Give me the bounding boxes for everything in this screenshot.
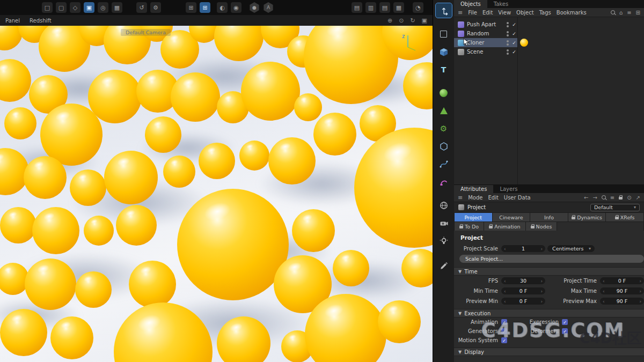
decrement-arrow-icon[interactable]: ‹ (504, 299, 506, 304)
generators-checkbox[interactable]: ✓ (501, 328, 507, 334)
menu-object[interactable]: Object (516, 10, 534, 16)
primitive-cube-icon[interactable]: □ (42, 2, 53, 13)
home-icon[interactable]: ⌂ (619, 10, 623, 16)
scale-project-button[interactable]: Scale Project... (459, 255, 644, 263)
increment-arrow-icon[interactable]: › (540, 246, 543, 252)
material-swatch[interactable] (520, 39, 528, 47)
time-section-header[interactable]: ▼ Time (454, 267, 644, 276)
increment-arrow-icon[interactable]: › (639, 299, 641, 304)
menu-tags[interactable]: Tags (539, 10, 551, 16)
tab-attributes[interactable]: Attributes (454, 185, 493, 193)
animation-checkbox[interactable]: ✓ (501, 319, 507, 325)
menu-bookmarks[interactable]: Bookmarks (557, 10, 587, 16)
tab-info[interactable]: Info (530, 213, 568, 221)
rotate-view-icon[interactable]: ↻ (410, 17, 415, 24)
execution-section-header[interactable]: ▼ Execution (454, 309, 644, 317)
display-section-header[interactable]: ▼ Display (454, 348, 644, 356)
search-icon[interactable] (602, 195, 606, 200)
primitive-plane-icon[interactable]: ▢ (56, 2, 67, 13)
max-time-input[interactable]: ‹90 F› (600, 287, 644, 294)
hamburger-menu-icon[interactable]: ≡ (458, 194, 463, 201)
light-icon[interactable] (436, 233, 452, 248)
menu-edit[interactable]: Edit (488, 195, 498, 201)
viewport-canvas[interactable]: Default Camera z (0, 26, 433, 362)
bend-deformer-icon[interactable] (436, 174, 452, 189)
tab-takes[interactable]: Takes (487, 0, 515, 8)
simulation-sphere-icon[interactable] (436, 86, 452, 100)
shading-sphere-icon[interactable]: ◐ (217, 2, 228, 13)
grid-icon[interactable]: ⊞ (186, 2, 196, 13)
tab-layers[interactable]: Layers (493, 185, 524, 193)
filter-icon[interactable]: ≡ (627, 10, 631, 16)
menu-mode[interactable]: Mode (468, 195, 482, 201)
increment-arrow-icon[interactable]: › (639, 278, 641, 284)
render-settings-icon[interactable]: ▤ (379, 2, 390, 13)
tab-dynamics[interactable]: Dynamics (568, 213, 606, 221)
motion-system-checkbox[interactable]: ✓ (501, 337, 507, 343)
history-back-icon[interactable]: ← (584, 195, 588, 201)
project-time-input[interactable]: ‹0 F› (600, 277, 644, 284)
render-sphere-icon[interactable]: ◉ (231, 2, 241, 13)
material-pencil-icon[interactable] (436, 257, 452, 271)
fps-input[interactable]: ‹30› (501, 277, 545, 284)
maximize-view-icon[interactable]: ▣ (422, 17, 427, 24)
field-tool-icon[interactable]: ◎ (98, 2, 108, 13)
tab-nodes[interactable]: Nodes (526, 222, 557, 231)
environment-globe-icon[interactable] (436, 198, 452, 212)
project-scale-input[interactable]: ‹ 1 › (501, 245, 545, 252)
increment-arrow-icon[interactable]: › (540, 289, 543, 294)
target-icon[interactable]: ⊙ (627, 195, 631, 201)
camera-icon[interactable] (436, 216, 452, 230)
tab-cineware[interactable]: Cineware (493, 213, 530, 221)
tab-project[interactable]: Project (455, 213, 492, 221)
enabled-check-icon[interactable]: ✓ (511, 22, 517, 27)
render-queue-icon[interactable]: ◔ (413, 2, 423, 13)
tree-row-random[interactable]: Random ✓ (454, 29, 517, 38)
lock-icon[interactable] (619, 197, 623, 200)
enabled-check-icon[interactable]: ✓ (511, 31, 517, 36)
decrement-arrow-icon[interactable]: ‹ (603, 299, 605, 304)
enabled-check-icon[interactable]: ✓ (511, 49, 517, 55)
decrement-arrow-icon[interactable]: ‹ (504, 246, 506, 252)
move-tool-icon[interactable] (436, 3, 452, 18)
capsule-tool-icon[interactable]: ▣ (84, 2, 94, 13)
render-view-icon[interactable]: ▤ (352, 2, 362, 13)
viewport-menu-redshift[interactable]: Redshift (30, 18, 52, 24)
reset-psr-icon[interactable]: ↺ (136, 2, 147, 13)
pan-view-icon[interactable]: ⊕ (387, 17, 392, 24)
increment-arrow-icon[interactable]: › (540, 299, 543, 304)
deformers-checkbox[interactable]: ✓ (562, 328, 568, 334)
visibility-dots-icon[interactable] (507, 49, 509, 55)
hamburger-menu-icon[interactable]: ≡ (458, 9, 463, 16)
tab-to-do[interactable]: To Do (455, 222, 484, 231)
visibility-dots-icon[interactable] (507, 40, 509, 46)
decrement-arrow-icon[interactable]: ‹ (504, 278, 506, 284)
render-to-picture-viewer-icon[interactable]: ▥ (365, 2, 376, 13)
filter-icon[interactable]: ≡ (610, 195, 614, 201)
asset-hexagon-icon[interactable]: A (263, 2, 274, 13)
generator-gear-icon[interactable]: ⚙ (436, 121, 452, 136)
unit-dropdown[interactable]: Centimeters ▾ (547, 245, 595, 252)
text-tool-icon[interactable]: T (436, 62, 452, 77)
expression-checkbox[interactable]: ✓ (562, 319, 568, 325)
preset-dropdown[interactable]: Default ▾ (590, 204, 640, 211)
rectangle-select-icon[interactable] (436, 27, 452, 41)
zoom-view-icon[interactable]: ⊙ (399, 17, 404, 24)
increment-arrow-icon[interactable]: › (639, 289, 641, 294)
visibility-dots-icon[interactable] (507, 22, 509, 27)
decrement-arrow-icon[interactable]: ‹ (603, 289, 605, 294)
tab-objects[interactable]: Objects (454, 0, 487, 8)
menu-file[interactable]: File (468, 10, 477, 16)
tree-row-scene[interactable]: Scene ✓ (454, 47, 517, 56)
min-time-input[interactable]: ‹0 F› (501, 287, 545, 294)
tab-xrefs[interactable]: XRefs (606, 213, 643, 221)
menu-edit[interactable]: Edit (482, 10, 493, 16)
viewport-menu-panel[interactable]: Panel (5, 18, 20, 24)
menu-user-data[interactable]: User Data (504, 195, 531, 201)
cube-primitive-icon[interactable] (436, 45, 452, 59)
preview-min-input[interactable]: ‹0 F› (501, 298, 545, 305)
interactive-render-icon[interactable]: ▦ (393, 2, 404, 13)
cone-primitive-icon[interactable] (436, 104, 452, 118)
volume-tool-icon[interactable]: ▦ (112, 2, 122, 13)
spline-tool-icon[interactable] (436, 157, 452, 171)
